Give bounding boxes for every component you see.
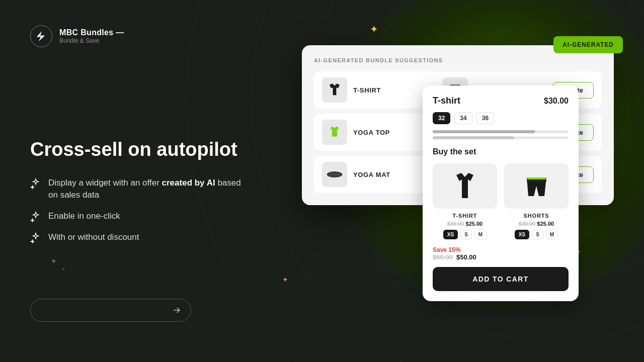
- product-name-tshirt: T-SHIRT: [353, 86, 426, 94]
- size-button-36[interactable]: 36: [476, 112, 494, 124]
- main-content: Cross-sell on autopilot Display a widget…: [30, 139, 252, 243]
- feature-item-3: With or without discount: [30, 231, 252, 243]
- yoga-mat-icon: [326, 169, 343, 179]
- product-name-yoga-mat: YOGA MAT: [353, 171, 426, 178]
- size-m-shorts[interactable]: M: [546, 230, 558, 239]
- sparkle-icon: ✦: [370, 23, 378, 35]
- size-button-34[interactable]: 34: [454, 112, 472, 124]
- progress-bar-track-2: [433, 136, 569, 139]
- feature-list: Display a widget with an offer created b…: [30, 177, 252, 243]
- progress-bar-track-1: [433, 130, 569, 133]
- sparkle-icon: [30, 211, 41, 222]
- tshirt-large-icon: [451, 170, 479, 203]
- feature-item-2: Enable in one-click: [30, 210, 252, 222]
- logo-icon: [30, 25, 52, 47]
- product-sizes-tshirt: XS S M: [433, 230, 497, 239]
- product-sizes-shorts: XS S M: [504, 230, 569, 239]
- product-img-yoga-top: [322, 120, 347, 145]
- logo: MBC Bundles — Bundle & Save: [30, 25, 124, 47]
- products-row: T-SHIRT $30.00 $25.00 XS S M: [433, 163, 569, 239]
- save-row: Save 15% $60.00 $50.00: [433, 246, 569, 261]
- ai-badge: AI-GENERATED: [553, 36, 623, 53]
- sparkle-icon: [30, 232, 41, 243]
- buy-set-label: Buy the set: [433, 147, 569, 156]
- save-prices: $60.00 $50.00: [433, 253, 569, 261]
- svg-rect-13: [527, 177, 546, 179]
- popup-price: $30.00: [544, 97, 569, 106]
- sparkle-icon: [30, 178, 41, 189]
- product-card-shorts: SHORTS $30.00 $25.00 XS S M: [504, 163, 569, 239]
- add-to-cart-button[interactable]: ADD TO CART: [433, 267, 569, 291]
- product-card-name-shorts: SHORTS: [504, 213, 569, 219]
- logo-text: MBC Bundles — Bundle & Save: [59, 28, 124, 44]
- logo-subtitle: Bundle & Save: [59, 37, 124, 44]
- size-xs-shorts[interactable]: XS: [515, 230, 529, 239]
- left-panel: MBC Bundles — Bundle & Save Cross-sell o…: [30, 0, 252, 362]
- product-card-name-tshirt: T-SHIRT: [433, 213, 497, 219]
- progress-bar-fill-1: [433, 130, 535, 133]
- product-card-img-tshirt: [433, 163, 497, 209]
- product-card-prices-shorts: $30.00 $25.00: [504, 221, 569, 227]
- progress-bars: [433, 130, 569, 139]
- popup-product-name: T-shirt: [433, 96, 460, 106]
- headline: Cross-sell on autopilot: [30, 139, 252, 161]
- size-xs-tshirt[interactable]: XS: [443, 230, 458, 239]
- feature-text-2: Enable in one-click: [48, 210, 120, 222]
- size-s-shorts[interactable]: S: [532, 230, 543, 239]
- progress-bar-fill-2: [433, 136, 514, 139]
- logo-svg: [35, 30, 47, 42]
- sparkle-icon: ✦: [282, 276, 288, 284]
- size-m-tshirt[interactable]: M: [474, 230, 487, 239]
- popup-card: T-shirt $30.00 32 34 36 Buy the set: [423, 85, 579, 301]
- bundle-card-title: AI-GENERATED BUNDLE SUGGESTIONS: [314, 57, 602, 63]
- shorts-large-icon: [523, 170, 550, 203]
- size-s-tshirt[interactable]: S: [460, 230, 472, 239]
- tshirt-icon: [326, 81, 343, 99]
- feature-text-1: Display a widget with an offer created b…: [48, 177, 252, 201]
- product-img-yoga-mat: [322, 162, 347, 187]
- product-card-tshirt: T-SHIRT $30.00 $25.00 XS S M: [433, 163, 497, 239]
- size-selector: 32 34 36: [433, 112, 569, 124]
- feature-text-3: With or without discount: [48, 231, 139, 243]
- product-card-img-shorts: [504, 163, 569, 209]
- product-name-yoga-top: YOGA TOP: [353, 129, 426, 136]
- save-label: Save 15%: [433, 246, 569, 253]
- yoga-top-icon: [326, 124, 343, 141]
- right-panel: AI-GENERATED AI-GENERATED BUNDLE SUGGEST…: [302, 45, 614, 205]
- size-button-32[interactable]: 32: [433, 112, 450, 124]
- product-card-prices-tshirt: $30.00 $25.00: [433, 221, 497, 227]
- arrow-button[interactable]: [30, 299, 191, 322]
- svg-point-8: [328, 172, 341, 177]
- product-img-tshirt: [322, 77, 347, 103]
- popup-header: T-shirt $30.00: [433, 96, 569, 106]
- logo-title: MBC Bundles —: [59, 28, 124, 37]
- arrow-right-icon: [172, 305, 182, 315]
- feature-item-1: Display a widget with an offer created b…: [30, 177, 252, 201]
